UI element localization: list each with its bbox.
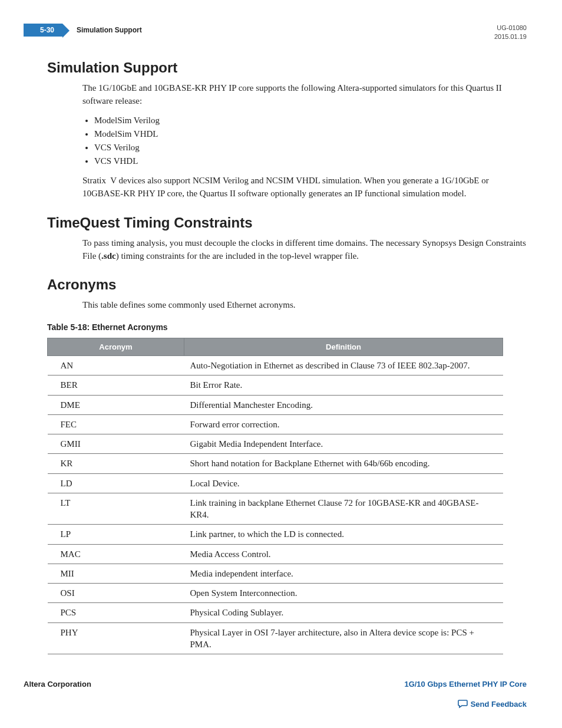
definition-cell: Link partner, to which the LD is connect… bbox=[184, 525, 503, 544]
page-header: 5-30 Simulation Support UG-01080 2015.01… bbox=[24, 24, 527, 42]
acronym-cell: AN bbox=[48, 356, 184, 375]
definition-cell: Media Access Control. bbox=[184, 544, 503, 564]
definition-cell: Bit Error Rate. bbox=[184, 375, 503, 395]
acronyms-intro: This table defines some commonly used Et… bbox=[82, 299, 527, 312]
acronym-cell: LT bbox=[48, 493, 184, 525]
table-row: LTLink training in backplane Ethernet Cl… bbox=[48, 493, 503, 525]
definition-cell: Forward error correction. bbox=[184, 414, 503, 434]
tq-post: ) timing constraints for the are include… bbox=[116, 251, 359, 261]
acronyms-table: Acronym Definition ANAuto-Negotiation in… bbox=[47, 338, 503, 654]
feedback-label: Send Feedback bbox=[471, 700, 527, 709]
feedback-icon bbox=[458, 699, 468, 710]
table-caption: Table 5-18: Ethernet Acronyms bbox=[47, 322, 527, 332]
page-number: 5-30 bbox=[24, 24, 62, 37]
acronym-cell: FEC bbox=[48, 414, 184, 434]
footer-doc-title[interactable]: 1G/10 Gbps Ethernet PHY IP Core bbox=[404, 680, 527, 689]
send-feedback-link[interactable]: Send Feedback bbox=[24, 699, 527, 710]
footer-company: Altera Corporation bbox=[24, 680, 91, 689]
table-row: LPLink partner, to which the LD is conne… bbox=[48, 525, 503, 544]
table-row: ANAuto-Negotiation in Ethernet as descri… bbox=[48, 356, 503, 375]
th-acronym: Acronym bbox=[48, 338, 184, 356]
running-title: Simulation Support bbox=[77, 26, 142, 34]
definition-cell: Media independent interface. bbox=[184, 564, 503, 583]
heading-timequest: TimeQuest Timing Constraints bbox=[47, 215, 527, 231]
acronym-cell: OSI bbox=[48, 584, 184, 603]
tq-bold: .sdc bbox=[101, 251, 116, 261]
sim-intro: The 1G/10GbE and 10GBASE-KR PHY IP core … bbox=[82, 82, 527, 108]
table-row: DMEDifferential Manchester Encoding. bbox=[48, 395, 503, 414]
page-tab: 5-30 Simulation Support bbox=[24, 24, 142, 37]
acronym-cell: MII bbox=[48, 564, 184, 583]
table-row: PCSPhysical Coding Sublayer. bbox=[48, 603, 503, 622]
acronym-cell: MAC bbox=[48, 544, 184, 564]
acronym-cell: LP bbox=[48, 525, 184, 544]
acronym-cell: LD bbox=[48, 473, 184, 493]
doc-meta: UG-01080 2015.01.19 bbox=[494, 24, 527, 42]
th-definition: Definition bbox=[184, 338, 503, 356]
timequest-para: To pass timing analysis, you must decoup… bbox=[82, 237, 527, 263]
heading-acronyms: Acronyms bbox=[47, 276, 527, 293]
table-row: MIIMedia independent interface. bbox=[48, 564, 503, 583]
list-item: VCS Verilog bbox=[94, 141, 527, 154]
table-row: BERBit Error Rate. bbox=[48, 375, 503, 395]
acronym-cell: DME bbox=[48, 395, 184, 414]
definition-cell: Local Device. bbox=[184, 473, 503, 493]
definition-cell: Link training in backplane Ethernet Clau… bbox=[184, 493, 503, 525]
doc-date: 2015.01.19 bbox=[494, 32, 527, 41]
definition-cell: Physical Layer in OSI 7-layer architectu… bbox=[184, 622, 503, 654]
table-row: GMIIGigabit Media Independent Interface. bbox=[48, 434, 503, 454]
table-row: FECForward error correction. bbox=[48, 414, 503, 434]
acronym-cell: KR bbox=[48, 454, 184, 473]
simulator-list: ModelSim Verilog ModelSim VHDL VCS Veril… bbox=[82, 114, 527, 167]
acronym-cell: GMII bbox=[48, 434, 184, 454]
table-row: LDLocal Device. bbox=[48, 473, 503, 493]
doc-id: UG-01080 bbox=[494, 24, 527, 32]
table-row: OSIOpen System Interconnection. bbox=[48, 584, 503, 603]
list-item: VCS VHDL bbox=[94, 155, 527, 168]
heading-simulation-support: Simulation Support bbox=[47, 60, 527, 76]
definition-cell: Physical Coding Sublayer. bbox=[184, 603, 503, 622]
list-item: ModelSim Verilog bbox=[94, 114, 527, 127]
list-item: ModelSim VHDL bbox=[94, 128, 527, 141]
definition-cell: Gigabit Media Independent Interface. bbox=[184, 434, 503, 454]
acronym-cell: PCS bbox=[48, 603, 184, 622]
acronym-cell: PHY bbox=[48, 622, 184, 654]
sim-para2: Stratix V devices also support NCSIM Ver… bbox=[82, 174, 527, 200]
table-row: PHYPhysical Layer in OSI 7-layer archite… bbox=[48, 622, 503, 654]
table-row: MACMedia Access Control. bbox=[48, 544, 503, 564]
definition-cell: Auto-Negotiation in Ethernet as describe… bbox=[184, 356, 503, 375]
definition-cell: Short hand notation for Backplane Ethern… bbox=[184, 454, 503, 473]
acronym-cell: BER bbox=[48, 375, 184, 395]
definition-cell: Differential Manchester Encoding. bbox=[184, 395, 503, 414]
page-footer: Altera Corporation 1G/10 Gbps Ethernet P… bbox=[24, 680, 527, 710]
table-row: KRShort hand notation for Backplane Ethe… bbox=[48, 454, 503, 473]
definition-cell: Open System Interconnection. bbox=[184, 584, 503, 603]
